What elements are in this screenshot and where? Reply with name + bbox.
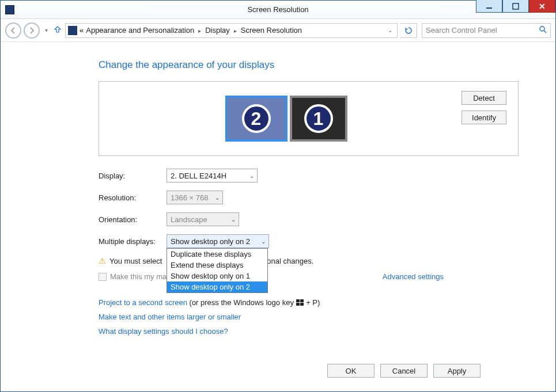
monitor-number: 1: [304, 104, 333, 133]
address-bar[interactable]: « Appearance and Personalization Display…: [65, 23, 398, 38]
display-value: 2. DELL E2414H: [171, 172, 226, 180]
app-icon: [5, 5, 14, 14]
screen-resolution-window: Screen Resolution ✕ ▾ « Appearance and P…: [0, 0, 556, 392]
main-display-checkbox[interactable]: [99, 273, 107, 281]
breadcrumb-item[interactable]: Screen Resolution: [241, 26, 302, 35]
minimize-icon: [486, 3, 493, 10]
warning-icon: ⚠: [99, 256, 106, 265]
search-icon: [539, 25, 547, 35]
titlebar: Screen Resolution ✕: [1, 1, 555, 19]
cancel-button[interactable]: Cancel: [380, 364, 428, 378]
chevron-down-icon: ⌄: [261, 238, 266, 245]
address-dropdown-button[interactable]: ⌄: [385, 27, 395, 33]
svg-rect-1: [513, 3, 519, 9]
navbar: ▾ « Appearance and Personalization Displ…: [1, 19, 555, 42]
close-icon: ✕: [539, 2, 546, 11]
identify-button[interactable]: Identify: [462, 111, 506, 124]
orientation-label: Orientation:: [99, 215, 167, 224]
breadcrumb-item[interactable]: Display: [205, 26, 230, 35]
main-display-label: Make this my ma: [110, 272, 167, 281]
window-title: Screen Resolution: [1, 5, 555, 14]
orientation-select[interactable]: Landscape ⌄: [167, 212, 239, 226]
minimize-button[interactable]: [476, 0, 502, 13]
resolution-label: Resolution:: [99, 193, 167, 202]
breadcrumb-root: «: [80, 26, 84, 35]
monitor-number: 2: [242, 104, 271, 133]
arrow-right-icon: [28, 26, 36, 35]
text-size-link[interactable]: Make text and other items larger or smal…: [99, 313, 241, 321]
warning-text-end: onal changes.: [267, 257, 313, 265]
up-button[interactable]: [52, 25, 63, 36]
maximize-icon: [512, 3, 519, 10]
dropdown-option[interactable]: Extend these displays: [167, 260, 267, 271]
svg-line-3: [544, 31, 546, 33]
display-select[interactable]: 2. DELL E2414H ⌄: [167, 169, 258, 182]
dropdown-option-selected[interactable]: Show desktop only on 2: [167, 281, 267, 292]
chevron-down-icon: ⌄: [215, 195, 220, 201]
chevron-right-icon: [232, 26, 239, 35]
multiple-displays-label: Multiple displays:: [99, 237, 167, 246]
warning-row: ⚠ You must select onal changes.: [99, 256, 519, 265]
search-input[interactable]: Search Control Panel: [422, 23, 551, 38]
arrow-left-icon: [9, 26, 17, 35]
monitor-2[interactable]: 2: [225, 96, 288, 142]
settings-form: Display: 2. DELL E2414H ⌄ Resolution: 13…: [99, 169, 519, 248]
monitor-1[interactable]: 1: [290, 96, 347, 142]
multiple-displays-select[interactable]: Show desktop only on 2 ⌄: [167, 234, 269, 248]
monitor-layout[interactable]: 2 1: [111, 96, 462, 142]
windows-key-icon: [296, 299, 304, 306]
ok-button[interactable]: OK: [327, 364, 375, 378]
history-dropdown-button[interactable]: ▾: [42, 27, 50, 33]
close-button[interactable]: ✕: [529, 0, 555, 13]
back-button[interactable]: [5, 22, 21, 39]
orientation-value: Landscape: [171, 215, 207, 224]
warning-text-start: You must select: [109, 257, 162, 265]
detect-button[interactable]: Detect: [462, 91, 506, 105]
control-panel-icon: [68, 26, 77, 35]
window-controls: ✕: [476, 1, 555, 18]
project-hint-b: + P): [306, 298, 320, 307]
resolution-select[interactable]: 1366 × 768 ⌄: [167, 191, 223, 204]
dialog-buttons: OK Cancel Apply: [327, 364, 481, 378]
links-section: Project to a second screen (or press the…: [99, 298, 519, 336]
dropdown-option[interactable]: Show desktop only on 1: [167, 271, 267, 281]
main-display-row: Make this my ma Advanced settings: [99, 272, 519, 281]
dropdown-option[interactable]: Duplicate these displays: [167, 249, 267, 260]
arrow-up-icon: [53, 25, 62, 34]
refresh-button[interactable]: [400, 23, 417, 38]
chevron-down-icon: ⌄: [231, 216, 236, 223]
content-area: Change the appearance of your displays 2…: [1, 42, 555, 336]
refresh-icon: [404, 26, 413, 35]
maximize-button[interactable]: [502, 0, 529, 13]
project-second-screen-link[interactable]: Project to a second screen: [99, 298, 187, 307]
advanced-settings-link[interactable]: Advanced settings: [383, 272, 444, 281]
forward-button[interactable]: [24, 22, 40, 39]
apply-button[interactable]: Apply: [433, 364, 481, 378]
multiple-displays-value: Show desktop only on 2: [171, 237, 250, 246]
search-placeholder: Search Control Panel: [426, 26, 497, 35]
breadcrumb-item[interactable]: Appearance and Personalization: [86, 26, 194, 35]
chevron-right-icon: [196, 26, 203, 35]
help-link[interactable]: What display settings should I choose?: [99, 327, 228, 336]
svg-point-2: [540, 26, 544, 31]
svg-rect-0: [486, 7, 492, 9]
page-heading: Change the appearance of your displays: [99, 59, 519, 71]
chevron-down-icon: ⌄: [249, 173, 254, 179]
resolution-value: 1366 × 768: [171, 193, 208, 202]
project-hint-a: (or press the Windows logo key: [190, 298, 296, 307]
display-label: Display:: [99, 172, 167, 180]
monitor-arrangement-panel: 2 1 Detect Identify: [99, 81, 519, 156]
panel-buttons: Detect Identify: [462, 91, 506, 124]
multiple-displays-dropdown: Duplicate these displays Extend these di…: [167, 248, 268, 293]
